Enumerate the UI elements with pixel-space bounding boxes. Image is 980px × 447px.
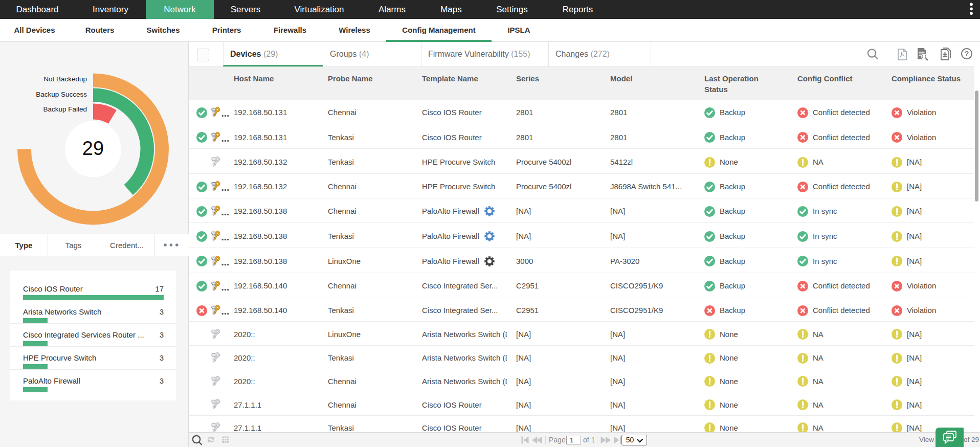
svg-text:?: ? [965,50,969,58]
